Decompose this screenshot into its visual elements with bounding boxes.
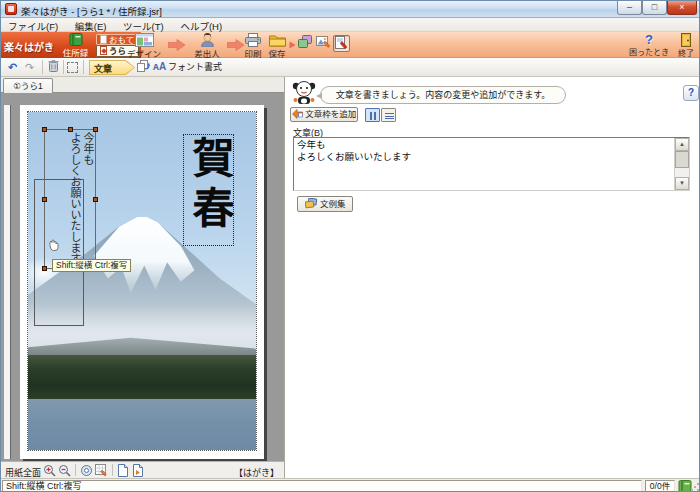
window-title: 楽々はがき - [うら1 * / 住所録.jsr] [21,4,162,18]
sample-cards-icon [305,198,318,209]
undo-button[interactable]: ↶ [5,60,20,75]
record-count: 0/0件 [645,480,675,492]
main-toolbar: 楽々はがき 住所録 おもて うら [1,32,700,58]
delete-button[interactable] [46,60,61,75]
document-pen-icon [334,36,349,50]
page-forward-icon [132,464,144,477]
message-textbox-value[interactable]: 今年も よろしくお願いいたします [297,139,671,189]
overlap-squares-icon [298,35,313,49]
horizontal-text-toggle[interactable] [381,108,396,122]
brand-block: 楽々はがき 住所録 おもて うら [1,32,141,58]
app-window: 楽々はがき - [うら1 * / 住所録.jsr] – □ × ファイル(F) … [0,0,700,492]
menu-bar: ファイル(F) 編集(E) ツール(T) ヘルプ(H) [1,18,700,32]
select-frame-button[interactable] [67,62,78,73]
edit-text-button[interactable] [333,35,350,52]
maximize-button[interactable]: □ [642,1,667,15]
greeting-text: 賀春 [186,136,233,236]
resize-handle-e[interactable] [93,197,98,202]
exit-door-icon [680,33,692,47]
app-icon [5,3,17,15]
guide-bubble: 文章を書きましょう。内容の変更や追加ができます。 [320,86,566,104]
drag-tooltip: Shift:縦横 Ctrl:複写 [52,259,131,272]
tab-back-page-1[interactable]: ①うら1 [3,78,53,93]
address-book-icon [69,33,83,46]
add-text-frame-label: 文章枠を追加 [305,109,356,119]
address-book-button[interactable]: 住所録 [57,33,94,57]
resize-handle-sw[interactable] [42,266,47,271]
print-icon [245,33,261,47]
design-button[interactable]: デザイン [123,33,165,57]
zoom-out-button[interactable] [58,464,71,477]
status-hint: Shift:縦横 Ctrl:複写 [2,480,642,492]
scroll-down-button[interactable]: ▼ [675,177,689,190]
message-line-2: よろしくお願いいたします [68,132,81,268]
menu-tools[interactable]: ツール(T) [116,18,171,31]
pane-divider[interactable] [284,77,286,478]
menu-help[interactable]: ヘルプ(H) [173,18,229,31]
prev-page-button[interactable] [117,464,130,477]
scroll-up-button[interactable]: ▲ [675,138,689,151]
picture-pen-icon [316,35,331,49]
menu-file[interactable]: ファイル(F) [1,18,65,31]
mascot-icon [291,79,317,105]
trouble-help-button[interactable]: ? 困ったときは [629,33,669,57]
edit-image-button[interactable] [315,35,332,52]
text-mode-tab[interactable]: 文章 [89,60,135,75]
small-arrow-icon [289,41,296,49]
message-text: 今年も よろしくお願いいたします [68,132,94,268]
horizontal-text-icon [385,113,394,119]
rotate-view-button[interactable] [80,464,93,477]
grid-pen-icon [95,464,108,477]
resize-handle-w[interactable] [42,197,47,202]
resize-handle-n[interactable] [68,127,73,132]
resize-handle-ne[interactable] [93,127,98,132]
separator [63,60,64,74]
zoom-in-button[interactable] [43,464,56,477]
scroll-thumb[interactable] [675,151,689,168]
font-format-button[interactable]: ᴀAフォント書式 [153,60,222,75]
exit-label: 終了 [678,49,694,58]
resize-handle-nw[interactable] [42,127,47,132]
hand-cursor-icon [47,239,60,252]
page-icon [117,464,129,477]
sample-phrases-label: 文例集 [320,199,346,209]
layout-parts-button[interactable] [297,35,314,52]
sender-button[interactable]: 差出人 [189,33,225,57]
status-bar: Shift:縦横 Ctrl:複写 0/0件 [1,478,700,492]
sample-phrases-button[interactable]: 文例集 [297,196,353,212]
add-frame-icon [292,109,303,119]
next-page-button[interactable] [132,464,145,477]
front-page-icon [100,35,107,44]
zoom-in-icon [43,464,56,477]
trash-icon [48,60,59,72]
save-button[interactable]: 保存 [263,33,291,57]
menu-edit[interactable]: 編集(E) [68,18,114,31]
greeting-text-frame[interactable]: 賀春 [183,134,234,246]
minimize-button[interactable]: – [617,1,642,15]
grid-settings-button[interactable] [95,464,108,477]
resize-grip[interactable] [690,482,700,492]
redo-button[interactable]: ↷ [22,60,37,75]
page-tab-bar: ①うら1 [1,77,284,93]
save-folder-icon [269,33,286,47]
close-button[interactable]: × [667,1,697,15]
exit-button[interactable]: 終了 [673,33,699,57]
sender-icon [200,33,215,47]
copy-format-button[interactable] [136,60,151,75]
design-icon [135,33,154,47]
canvas-toolbar: 用紙全面 [1,461,284,478]
add-text-frame-button[interactable]: 文章枠を追加 [290,107,358,122]
message-textbox[interactable]: 今年も よろしくお願いいたします ▲ ▼ [293,137,690,191]
panel-help-button[interactable]: ? [683,85,699,101]
font-format-label: フォント書式 [168,62,222,72]
vertical-text-toggle[interactable] [365,108,380,122]
design-canvas[interactable]: 賀春 今年も よろしくお願いいたします Shift:縦横 Ctrl:複写 [1,93,284,461]
app-logo: 楽々はがき [2,39,56,54]
separator [42,60,43,74]
circle-icon [80,464,93,477]
separator [112,464,113,476]
textbox-scrollbar[interactable]: ▲ ▼ [674,138,689,190]
text-mode-label: 文章 [94,62,112,75]
text-edit-panel: 文章を書きましょう。内容の変更や追加ができます。 ? 文章枠を追加 文章(B) … [287,77,700,478]
adjacent-page-edge [4,105,11,459]
